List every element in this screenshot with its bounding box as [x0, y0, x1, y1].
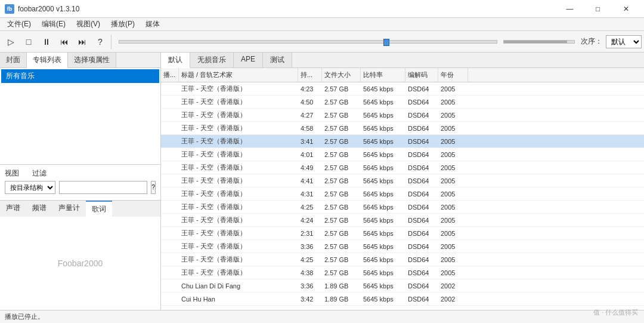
cell-year: 2005 — [438, 148, 468, 161]
col-num[interactable]: 播... — [161, 68, 179, 82]
tab-lyrics[interactable]: 歌词 — [86, 201, 112, 217]
cell-title: 王菲 - 天空（香港版） — [179, 122, 298, 134]
menu-media[interactable]: 媒体 — [141, 18, 165, 30]
playlist-row[interactable]: 王菲 - 天空（香港版） 3:41 2.57 GB 5645 kbps DSD6… — [161, 135, 644, 148]
menu-edit[interactable]: 编辑(E) — [37, 18, 70, 30]
playlist-row[interactable]: 王菲 - 天空（香港版） 4:25 2.57 GB 5645 kbps DSD6… — [161, 201, 644, 214]
order-label: 次序： — [581, 36, 602, 47]
cell-size: 1.89 GB — [322, 293, 361, 305]
prev-button[interactable]: ⏮ — [56, 33, 73, 50]
playlist-row[interactable]: 王菲 - 天空（香港版） 4:01 2.57 GB 5645 kbps DSD6… — [161, 148, 644, 161]
cell-title: Cui Hu Han — [179, 293, 298, 305]
cell-size: 2.57 GB — [322, 161, 361, 174]
cell-dur: 4:25 — [298, 201, 322, 213]
minimize-button[interactable]: — — [556, 0, 583, 18]
col-codec[interactable]: 编解码 — [405, 68, 438, 82]
playlist-tab-default[interactable]: 默认 — [161, 53, 190, 68]
cell-num — [161, 201, 179, 213]
playlist-row[interactable]: 王菲 - 天空（香港版） 2:31 2.57 GB 5645 kbps DSD6… — [161, 227, 644, 240]
cell-title: 王菲 - 天空（香港版） — [179, 227, 298, 239]
cell-bitrate: 5645 kbps — [361, 279, 405, 292]
cell-codec: DSD64 — [405, 214, 438, 226]
cell-size: 2.57 GB — [322, 187, 361, 200]
cell-title: 王菲 - 天空（香港版） — [179, 214, 298, 226]
cell-title: 王菲 - 天空（香港版） — [179, 201, 298, 213]
playlist-row[interactable]: 王菲 - 天空（香港版） 4:50 2.57 GB 5645 kbps DSD6… — [161, 96, 644, 109]
seek-bar[interactable] — [119, 40, 497, 44]
play-button[interactable]: ▷ — [2, 33, 19, 50]
playlist-row[interactable]: 王菲 - 天空（香港版） 4:58 2.57 GB 5645 kbps DSD6… — [161, 122, 644, 135]
filter-label: 过滤 — [32, 168, 47, 179]
playlist-row[interactable]: Chu Lian Di Di Fang 3:36 1.89 GB 5645 kb… — [161, 279, 644, 293]
menu-play[interactable]: 播放(P) — [106, 18, 140, 30]
seek-thumb[interactable] — [383, 39, 389, 46]
cell-num — [161, 306, 179, 310]
playlist-row[interactable]: Dan Yuan Ren Chan... 4:20 1.89 GB 5645 k… — [161, 306, 644, 310]
tab-vumeeter[interactable]: 声量计 — [52, 201, 86, 217]
playlist-row[interactable]: 王菲 - 天空（香港版） 4:31 2.57 GB 5645 kbps DSD6… — [161, 187, 644, 201]
playlist-row[interactable]: Cui Hu Han 3:42 1.89 GB 5645 kbps DSD64 … — [161, 293, 644, 306]
col-year[interactable]: 年份 — [438, 68, 468, 82]
cell-num — [161, 293, 179, 305]
cell-dur: 4:50 — [298, 96, 322, 108]
cell-title: 王菲 - 天空（香港版） — [179, 82, 298, 95]
playlist-row[interactable]: 王菲 - 天空（香港版） 4:41 2.57 GB 5645 kbps DSD6… — [161, 174, 644, 187]
cell-year: 2005 — [438, 201, 468, 213]
app-icon: fb — [5, 4, 14, 14]
maximize-button[interactable]: □ — [584, 0, 611, 18]
playlist-tab-lossless[interactable]: 无损音乐 — [190, 53, 234, 67]
tree-item-all-music[interactable]: 所有音乐 — [1, 69, 159, 83]
cell-codec: DSD64 — [405, 82, 438, 95]
filter-input[interactable] — [59, 181, 147, 194]
cell-dur: 4:38 — [298, 266, 322, 279]
next-button[interactable]: ⏭ — [74, 33, 91, 50]
cell-dur: 3:41 — [298, 135, 322, 147]
playlist-row[interactable]: 王菲 - 天空（香港版） 4:27 2.57 GB 5645 kbps DSD6… — [161, 109, 644, 122]
tab-cover[interactable]: 封面 — [0, 53, 27, 67]
cell-bitrate: 5645 kbps — [361, 109, 405, 121]
menu-file[interactable]: 文件(E) — [2, 18, 36, 30]
menu-view[interactable]: 视图(V) — [72, 18, 105, 30]
playlist-row[interactable]: 王菲 - 天空（香港版） 4:23 2.57 GB 5645 kbps DSD6… — [161, 82, 644, 96]
cell-codec: DSD64 — [405, 174, 438, 187]
tab-properties[interactable]: 选择项属性 — [68, 53, 116, 67]
playlist-row[interactable]: 王菲 - 天空（香港版） 4:25 2.57 GB 5645 kbps DSD6… — [161, 253, 644, 266]
cell-title: Chu Lian Di Di Fang — [179, 279, 298, 292]
filter-search-button[interactable]: ? — [151, 181, 156, 194]
pause-button[interactable]: ⏸ — [38, 33, 55, 50]
col-dur[interactable]: 持... — [298, 68, 322, 82]
cell-size: 1.89 GB — [322, 279, 361, 292]
cell-bitrate: 5645 kbps — [361, 135, 405, 147]
playlist-tab-ape[interactable]: APE — [234, 53, 263, 67]
cell-codec: DSD64 — [405, 135, 438, 147]
cell-title: 王菲 - 天空（香港版） — [179, 266, 298, 279]
playlist-tab-test[interactable]: 测试 — [263, 53, 292, 67]
order-select[interactable]: 默认 随机 重复 — [606, 35, 642, 48]
close-button[interactable]: ✕ — [612, 0, 639, 18]
tab-spectrogram[interactable]: 声谱 — [0, 201, 26, 217]
cell-bitrate: 5645 kbps — [361, 240, 405, 253]
view-select[interactable]: 按目录结构 — [5, 181, 55, 194]
status-bar: 播放已停止。 — [0, 310, 644, 323]
playlist-row[interactable]: 王菲 - 天空（香港版） 4:38 2.57 GB 5645 kbps DSD6… — [161, 266, 644, 279]
foobar-label: Foobar2000 — [0, 217, 160, 310]
cell-num — [161, 214, 179, 226]
cell-bitrate: 5645 kbps — [361, 96, 405, 108]
cell-year: 2005 — [438, 82, 468, 95]
tab-spectrum[interactable]: 频谱 — [26, 201, 52, 217]
playlist-row[interactable]: 王菲 - 天空（香港版） 4:49 2.57 GB 5645 kbps DSD6… — [161, 161, 644, 174]
title-left: fb foobar2000 v1.3.10 — [5, 4, 79, 14]
col-size[interactable]: 文件大小 — [322, 68, 361, 82]
volume-bar[interactable] — [503, 40, 575, 44]
playlist-row[interactable]: 王菲 - 天空（香港版） 3:36 2.57 GB 5645 kbps DSD6… — [161, 240, 644, 253]
col-title[interactable]: 标题 / 音轨艺术家 — [179, 68, 298, 82]
title-controls: — □ ✕ — [556, 0, 639, 18]
info-button[interactable]: ? — [92, 33, 109, 50]
cell-title: 王菲 - 天空（香港版） — [179, 240, 298, 253]
status-text: 播放已停止。 — [5, 312, 44, 321]
playlist-row[interactable]: 王菲 - 天空（香港版） 4:24 2.57 GB 5645 kbps DSD6… — [161, 214, 644, 227]
col-bitrate[interactable]: 比特率 — [361, 68, 405, 82]
stop-button[interactable]: □ — [20, 33, 37, 50]
tab-album-list[interactable]: 专辑列表 — [27, 53, 68, 68]
cell-dur: 4:20 — [298, 306, 322, 310]
